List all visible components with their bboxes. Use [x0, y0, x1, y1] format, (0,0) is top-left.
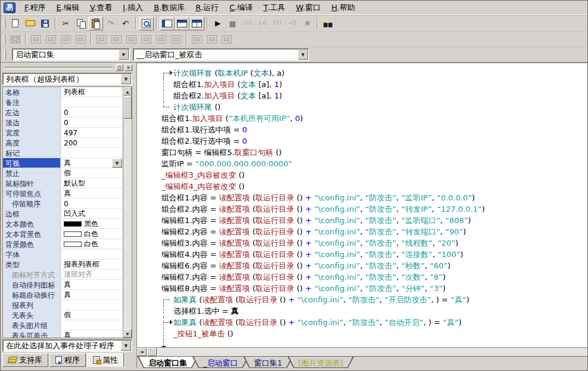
code-line[interactable]: 组合框1.内容 = 读配置项 (取运行目录 () + “\config.ini”… — [161, 192, 587, 203]
property-value[interactable]: 200 — [61, 138, 123, 147]
property-row-字体[interactable]: 字体 — [3, 249, 123, 259]
lock-controls-button[interactable] — [73, 33, 88, 47]
property-row-自动排列图标[interactable]: 自动排列图标真 — [3, 280, 123, 290]
code-line[interactable]: 组合框2.现行选中项 = 0 — [161, 135, 587, 147]
property-value[interactable]: 白色 — [61, 239, 123, 249]
menu-item-插入[interactable]: I.插入 — [117, 1, 148, 15]
code-tab-窗口集1[interactable]: 窗口集1 — [244, 357, 293, 368]
property-row-文本背景色[interactable]: 文本背景色白色 — [3, 229, 123, 239]
code-line[interactable]: 编辑框1.内容 = 读配置项 (取运行目录 () + “\config.ini”… — [161, 215, 587, 226]
property-row-可视[interactable]: 可视真▼ — [3, 158, 123, 168]
chevron-down-icon[interactable]: ▼ — [121, 74, 131, 84]
property-value[interactable]: 真 — [61, 280, 123, 289]
align-bottom-button[interactable] — [139, 33, 154, 47]
code-line[interactable]: 组合框1.现行选中项 = 0 — [161, 124, 587, 135]
cut-button[interactable]: ✂ — [58, 17, 73, 30]
property-row-停留顺序[interactable]: 停留顺序0 — [3, 199, 123, 209]
menu-item-工具[interactable]: T.工具 — [258, 1, 291, 15]
code-line[interactable]: 如果真 (读配置项 (取运行目录 () + “\config.ini”, “防攻… — [161, 294, 587, 305]
code-line[interactable] — [161, 339, 587, 347]
property-value[interactable]: 0 — [61, 199, 123, 208]
code-line[interactable]: 如果真 (读配置项 (取运行目录 () + “\config.ini”, “防攻… — [161, 317, 587, 328]
snap-to-grid-button[interactable] — [29, 33, 43, 47]
scroll-left-icon[interactable]: ◄ — [137, 348, 147, 356]
window-set-combo[interactable]: 启动窗口集 ▼ — [12, 48, 130, 61]
property-value[interactable]: 报表列表框 — [61, 259, 123, 269]
align-center-button[interactable] — [109, 33, 124, 47]
code-line[interactable]: 组合框1.加入项目 (“本机所有可用IP”, 0) — [161, 113, 587, 124]
property-row-报表列[interactable]: 报表列 — [3, 300, 123, 310]
menu-item-编译[interactable]: C.编译 — [224, 1, 258, 15]
property-row-高度[interactable]: 高度200 — [3, 138, 123, 148]
panel-restore-button[interactable]: □ — [116, 64, 123, 71]
same-size-button[interactable] — [219, 33, 234, 47]
toolbar-grip[interactable] — [4, 34, 5, 45]
property-value[interactable]: 假 — [61, 310, 123, 320]
code-line[interactable]: _编辑框4_内容被改变 () — [161, 181, 587, 192]
property-row-名称[interactable]: 名称列表框 — [3, 87, 123, 97]
property-row-左边[interactable]: 左边0 — [3, 107, 123, 118]
menu-item-编辑[interactable]: E.编辑 — [51, 1, 85, 15]
property-value[interactable]: 假 — [61, 168, 123, 178]
layout-left-button[interactable] — [160, 17, 175, 30]
scroll-thumb[interactable] — [123, 96, 132, 119]
code-line[interactable]: 窗口句柄 = 编辑框5.取窗口句柄 () — [161, 147, 587, 158]
menu-item-查看[interactable]: V.查看 — [85, 1, 117, 15]
property-value[interactable]: 默认型 — [61, 178, 123, 188]
new-file-button[interactable] — [8, 17, 23, 30]
property-scrollbar[interactable]: ▲ ▼ — [123, 87, 132, 338]
property-value[interactable] — [61, 148, 123, 157]
menu-item-程序[interactable]: F.程序 — [19, 1, 51, 15]
property-value[interactable]: 497 — [61, 128, 123, 137]
property-row-表头可单击[interactable]: 表头可单击真 — [3, 330, 123, 338]
property-row-鼠标指针[interactable]: 鼠标指针默认型 — [3, 178, 123, 188]
property-value[interactable]: 真 — [61, 188, 123, 198]
menu-item-数据库[interactable]: B.数据库 — [148, 1, 190, 15]
event-handler-combo[interactable]: 在此处选择加入事件处理子程序 ▼ — [2, 339, 132, 352]
code-line[interactable]: 监听IP = “000.000.000.000:0000” — [161, 158, 587, 169]
property-value[interactable]: 列表框 — [61, 87, 123, 97]
chevron-down-icon[interactable]: ▼ — [112, 159, 122, 168]
code-line[interactable]: 计次循环首 (取本机IP (文本), a) — [161, 67, 587, 79]
property-value[interactable]: 真 — [61, 290, 123, 299]
code-line[interactable]: 编辑框8.内容 = 读配置项 (取运行目录 () + “\config.ini”… — [161, 283, 587, 294]
size-to-grid-button[interactable] — [43, 33, 58, 47]
code-line[interactable]: 计次循环尾 () — [161, 101, 587, 113]
code-line[interactable]: 编辑框6.内容 = 读配置项 (取运行目录 () + “\config.ini”… — [161, 260, 587, 271]
code-line[interactable]: 编辑框4.内容 = 读配置项 (取运行目录 () + “\config.ini”… — [161, 249, 587, 260]
find-button[interactable] — [139, 17, 154, 30]
property-row-标记[interactable]: 标记 — [3, 148, 123, 158]
panel-drag-handle[interactable] — [4, 67, 113, 69]
property-value[interactable] — [61, 249, 123, 259]
center-vertical-button[interactable] — [169, 33, 183, 47]
copy-button[interactable] — [73, 17, 88, 30]
code-line[interactable]: 组合框2.内容 = 读配置项 (取运行目录 () + “\config.ini”… — [161, 203, 587, 215]
chevron-down-icon[interactable]: ▼ — [119, 50, 129, 60]
show-grid-button[interactable] — [8, 33, 23, 47]
scroll-down-icon[interactable]: ▼ — [123, 329, 132, 338]
property-row-边框[interactable]: 边框凹入式 — [3, 209, 123, 219]
property-value[interactable] — [61, 300, 123, 310]
event-routine-combo[interactable]: __启动窗口_被双击 ▼ — [133, 48, 309, 61]
run-button[interactable]: ▶ — [210, 17, 225, 30]
code-tab-启动窗口集[interactable]: 启动窗口集 — [138, 357, 198, 368]
property-row-文本颜色[interactable]: 文本颜色黑色 — [3, 219, 123, 229]
menu-item-运行[interactable]: R.运行 — [190, 1, 224, 15]
code-line[interactable]: 选择框1.选中 = 真 — [161, 305, 587, 317]
step-out-button[interactable]: {↑} — [270, 17, 285, 30]
toolbar-grip[interactable] — [4, 18, 5, 29]
stop-button[interactable]: ■ — [225, 17, 240, 30]
pause-button[interactable]: ▮▮ — [300, 17, 315, 30]
property-value[interactable]: 凹入式 — [61, 209, 123, 218]
property-value[interactable]: 0 — [61, 107, 123, 117]
property-value[interactable]: 白色 — [61, 229, 123, 239]
code-line[interactable]: 编辑框3.内容 = 读配置项 (取运行目录 () + “\config.ini”… — [161, 237, 587, 249]
code-tab-_启动窗口[interactable]: _启动窗口 — [192, 357, 249, 368]
step-over-button[interactable]: {→} — [255, 17, 270, 30]
layout-split-button[interactable] — [189, 17, 204, 30]
code-line[interactable]: 组合框2.加入项目 (文本 [a], 1) — [161, 90, 587, 101]
redo-button[interactable]: ↷ — [103, 17, 118, 30]
panel-tab-属性[interactable]: 属性 — [87, 353, 124, 367]
paste-button[interactable] — [88, 17, 103, 30]
property-value[interactable]: 0 — [61, 118, 123, 127]
